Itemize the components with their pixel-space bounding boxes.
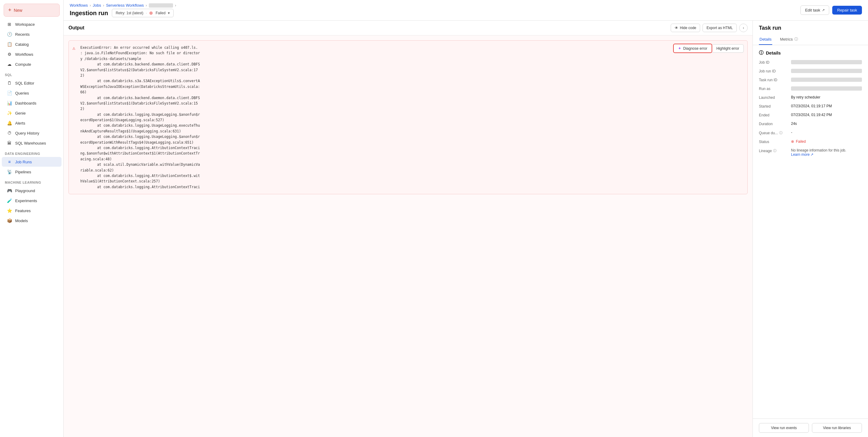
job-id-row: Job ID xyxy=(759,60,862,65)
sidebar-item-alerts[interactable]: 🔔Alerts xyxy=(2,118,62,128)
sidebar-item-sql-warehouses[interactable]: 🏛SQL Warehouses xyxy=(2,138,62,148)
sidebar-item-pipelines[interactable]: 📡Pipelines xyxy=(2,167,62,177)
sidebar-label-alerts: Alerts xyxy=(15,121,25,125)
breadcrumb-workflows[interactable]: Workflows xyxy=(70,3,88,7)
lineage-link-text: Learn more xyxy=(791,152,809,157)
retry-label: Retry: 1st (latest) xyxy=(116,11,143,15)
queue-label-text: Queue du... xyxy=(759,131,778,135)
diagnose-error-button[interactable]: ✦ Diagnose error xyxy=(673,44,712,53)
breadcrumb-sep1: › xyxy=(90,3,91,7)
header: Workflows › Jobs › Serverless Workflows … xyxy=(64,0,868,21)
sidebar-item-compute[interactable]: ☁Compute xyxy=(2,59,62,69)
ml-section-label: Machine Learning xyxy=(0,177,63,185)
sidebar-item-queries[interactable]: 📄Queries xyxy=(2,88,62,98)
sidebar-item-playground[interactable]: 🎮Playground xyxy=(2,186,62,195)
view-run-libraries-label: View run libraries xyxy=(823,426,851,430)
ended-label: Ended xyxy=(759,113,786,117)
breadcrumb-serverless[interactable]: Serverless Workflows xyxy=(106,3,144,7)
header-left: Workflows › Jobs › Serverless Workflows … xyxy=(70,3,176,17)
task-run-title: Task run xyxy=(759,25,862,31)
task-footer: View run events View run libraries xyxy=(753,418,868,437)
job-run-id-value xyxy=(791,69,862,73)
error-circle-icon: ⚠ xyxy=(72,45,75,53)
sidebar-item-job-runs[interactable]: ≡Job Runs xyxy=(2,157,62,167)
sidebar-label-recents: Recents xyxy=(15,32,30,37)
sidebar-item-workspace[interactable]: ⊞Workspace xyxy=(2,20,62,29)
sidebar: + New ⊞Workspace🕐Recents📋Catalog⚙Workflo… xyxy=(0,0,64,437)
tab-metrics[interactable]: Metrics ⓘ xyxy=(779,34,799,45)
dropdown-icon: ▾ xyxy=(168,11,170,15)
sidebar-item-catalog[interactable]: 📋Catalog xyxy=(2,39,62,49)
sidebar-item-experiments[interactable]: 🧪Experiments xyxy=(2,196,62,206)
sidebar-label-queries: Queries xyxy=(15,91,29,95)
sidebar-label-compute: Compute xyxy=(15,62,31,67)
breadcrumb-sep2: › xyxy=(103,3,104,7)
retry-badge[interactable]: Retry: 1st (latest) · ⊗ Failed ▾ xyxy=(112,9,174,17)
view-run-events-label: View run events xyxy=(771,426,797,430)
job-runs-icon: ≡ xyxy=(7,159,12,164)
details-title: Details xyxy=(766,50,781,56)
status-label: Status xyxy=(759,139,786,144)
queue-value: - xyxy=(791,130,862,134)
sidebar-label-workspace: Workspace xyxy=(15,22,35,27)
queue-row: Queue du... ⓘ - xyxy=(759,130,862,135)
view-run-events-button[interactable]: View run events xyxy=(759,423,809,433)
repair-task-button[interactable]: Repair task xyxy=(832,6,862,14)
sidebar-label-workflows: Workflows xyxy=(15,52,33,57)
experiments-icon: 🧪 xyxy=(7,198,12,203)
task-run-header: Task run Details Metrics ⓘ xyxy=(753,21,868,45)
sidebar-label-job-runs: Job Runs xyxy=(15,160,32,164)
output-content: ⚠ ✦ Diagnose error Highlight error Execu… xyxy=(64,35,752,437)
sidebar-item-features[interactable]: ⭐Features xyxy=(2,206,62,216)
sql-section-label: SQL xyxy=(0,69,63,78)
started-value: 07/23/2024, 01:19:17 PM xyxy=(791,104,862,108)
task-run-id-row: Task run ID xyxy=(759,77,862,82)
hide-code-button[interactable]: 👁 Hide code xyxy=(671,24,700,32)
tab-details[interactable]: Details xyxy=(759,34,772,45)
view-run-libraries-button[interactable]: View run libraries xyxy=(812,423,862,433)
lineage-value: No lineage information for this job. Lea… xyxy=(791,148,862,157)
output-panel: Output 👁 Hide code Export as HTML › xyxy=(64,21,753,437)
metrics-info-icon: ⓘ xyxy=(794,37,798,42)
expand-output-button[interactable]: › xyxy=(739,24,748,32)
lineage-text: No lineage information for this job. xyxy=(791,148,846,152)
external-link-icon: ↗ xyxy=(822,8,825,12)
export-html-button[interactable]: Export as HTML xyxy=(703,24,737,32)
task-run-id-label: Task run ID xyxy=(759,77,786,82)
lineage-link[interactable]: Learn more ↗ xyxy=(791,152,862,157)
sidebar-label-catalog: Catalog xyxy=(15,42,29,47)
sidebar-label-pipelines: Pipelines xyxy=(15,170,31,174)
sidebar-item-genie[interactable]: ✨Genie xyxy=(2,108,62,118)
error-action-bar: ✦ Diagnose error Highlight error xyxy=(673,44,744,53)
status-failed-badge: ⊗ Failed xyxy=(791,139,862,144)
sidebar-label-genie: Genie xyxy=(15,111,26,116)
sidebar-item-dashboards[interactable]: 📊Dashboards xyxy=(2,98,62,108)
sidebar-item-query-history[interactable]: ⏱Query History xyxy=(2,128,62,138)
job-run-id-row: Job run ID xyxy=(759,69,862,73)
highlight-error-button[interactable]: Highlight error xyxy=(712,44,744,53)
duration-label: Duration xyxy=(759,122,786,126)
task-run-id-value xyxy=(791,77,862,82)
repair-task-label: Repair task xyxy=(837,8,857,12)
new-label: New xyxy=(14,8,23,13)
alerts-icon: 🔔 xyxy=(7,121,12,125)
compute-icon: ☁ xyxy=(7,62,12,67)
diagnose-label: Diagnose error xyxy=(683,46,707,51)
lineage-row: Lineage ⓘ No lineage information for thi… xyxy=(759,148,862,157)
task-run-panel: Task run Details Metrics ⓘ ⓘ Details xyxy=(753,21,868,437)
sidebar-item-sql-editor[interactable]: 🗒SQL Editor xyxy=(2,78,62,88)
pipelines-icon: 📡 xyxy=(7,169,12,174)
new-button[interactable]: + New xyxy=(4,4,60,17)
breadcrumb-jobs[interactable]: Jobs xyxy=(93,3,101,7)
sidebar-item-recents[interactable]: 🕐Recents xyxy=(2,29,62,39)
edit-task-button[interactable]: Edit task ↗ xyxy=(800,5,829,15)
status-failed-text: Failed xyxy=(796,139,806,144)
body-split: Output 👁 Hide code Export as HTML › xyxy=(64,21,868,437)
features-icon: ⭐ xyxy=(7,208,12,213)
sidebar-item-workflows[interactable]: ⚙Workflows xyxy=(2,50,62,59)
sidebar-item-models[interactable]: 📦Models xyxy=(2,216,62,225)
playground-icon: 🎮 xyxy=(7,188,12,193)
details-tab-label: Details xyxy=(760,37,772,41)
error-block: ⚠ ✦ Diagnose error Highlight error Execu… xyxy=(68,40,748,194)
plus-icon: + xyxy=(8,7,11,13)
